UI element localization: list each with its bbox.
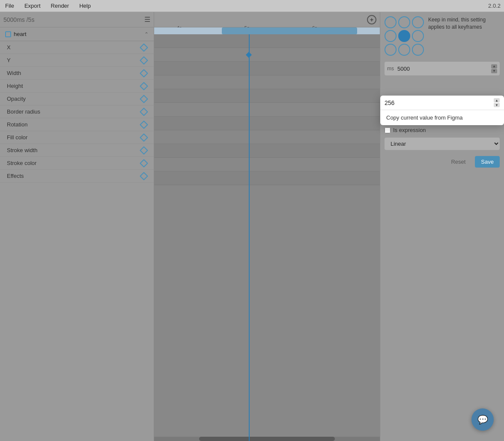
tl-row-rotation: [154, 117, 380, 130]
kf-cell-2[interactable]: [412, 16, 424, 28]
prop-border-radius-keyframe[interactable]: [141, 109, 147, 115]
prop-y-label: Y: [7, 57, 11, 63]
menu-render[interactable]: Render: [49, 2, 71, 10]
kf-cell-7[interactable]: [398, 44, 410, 56]
collapse-button[interactable]: ⌃: [144, 31, 149, 37]
tl-row-height: [154, 75, 380, 89]
property-row-x: X: [0, 41, 154, 54]
chat-button[interactable]: 💬: [471, 408, 494, 431]
kf-cell-0[interactable]: [385, 16, 397, 28]
hint-text: Keep in mind, this setting applies to al…: [428, 16, 500, 31]
reset-button[interactable]: Reset: [445, 156, 471, 168]
menu-help[interactable]: Help: [78, 2, 92, 10]
scrubber-handle[interactable]: [222, 27, 357, 34]
layer-name-text: heart: [14, 31, 27, 37]
keyframe-grid: [385, 16, 424, 56]
ms-spin-buttons: ▲ ▼: [491, 64, 497, 73]
horizontal-scrollbar[interactable]: [154, 437, 380, 441]
prop-width-keyframe[interactable]: [141, 70, 147, 76]
right-panel: Keep in mind, this setting applies to al…: [380, 12, 504, 441]
kf-cell-4-active[interactable]: [398, 30, 410, 42]
prop-rotation-label: Rotation: [7, 121, 27, 128]
timeline-header: 5000ms /5s ☰: [0, 12, 154, 27]
timeline-area: 4s 5s 6s +: [154, 12, 380, 441]
ms-input-row: ms ▲ ▼: [385, 62, 500, 75]
property-row-effects: Effects: [0, 170, 154, 183]
timeline-ruler: 4s 5s 6s +: [154, 12, 380, 27]
menu-items: File Export Render Help: [3, 2, 92, 10]
property-row-border-radius: Border radius: [0, 105, 154, 118]
kf-cell-1[interactable]: [398, 16, 410, 28]
layer-header: heart ⌃: [0, 27, 154, 41]
property-row-stroke-color: Stroke color: [0, 157, 154, 170]
save-button[interactable]: Save: [475, 156, 500, 168]
easing-select[interactable]: Linear Ease In Ease Out Ease In Out: [385, 138, 500, 150]
prop-fill-color-keyframe[interactable]: [141, 135, 147, 141]
app-version: 2.0.2: [488, 3, 501, 9]
kf-cell-6[interactable]: [385, 44, 397, 56]
copy-from-figma-button[interactable]: Copy current value from Figma: [380, 110, 504, 125]
button-row: Reset Save: [385, 156, 500, 168]
prop-border-radius-label: Border radius: [7, 108, 40, 115]
layer-icon: [5, 31, 11, 37]
tl-row-stroke-color: [154, 158, 380, 171]
scrubber-track[interactable]: [154, 27, 380, 34]
popup-input-row: ▲ ▼: [380, 96, 504, 110]
prop-stroke-width-keyframe[interactable]: [141, 147, 147, 153]
prop-height-keyframe[interactable]: [141, 83, 147, 89]
property-row-y: Y: [0, 54, 154, 67]
property-row-height: Height: [0, 80, 154, 93]
timeline-time: 5000ms /5s: [3, 16, 34, 23]
prop-y-keyframe[interactable]: [141, 57, 147, 63]
prop-x-keyframe[interactable]: [141, 45, 147, 51]
property-row-opacity: Opacity: [0, 93, 154, 105]
property-row-width: Width: [0, 67, 154, 80]
popup-card: ▲ ▼ Copy current value from Figma: [380, 96, 504, 125]
ms-input[interactable]: [397, 66, 491, 72]
hamburger-icon[interactable]: ☰: [144, 15, 150, 24]
prop-stroke-width-label: Stroke width: [7, 147, 38, 153]
menu-export[interactable]: Export: [23, 2, 42, 10]
prop-stroke-color-keyframe[interactable]: [141, 160, 147, 166]
kf-cell-8[interactable]: [412, 44, 424, 56]
tl-row-fill-color: [154, 130, 380, 144]
left-panel: 5000ms /5s ☰ heart ⌃ X Y: [0, 12, 154, 441]
prop-effects-keyframe[interactable]: [141, 173, 147, 179]
prop-width-label: Width: [7, 70, 21, 76]
ms-spin-up[interactable]: ▲: [491, 64, 497, 69]
zoom-button[interactable]: +: [367, 15, 376, 24]
popup-value-input[interactable]: [385, 99, 494, 106]
timeline-rows-wrapper: [154, 34, 380, 441]
playhead-line: [249, 34, 250, 441]
popup-spin-down[interactable]: ▼: [494, 103, 500, 107]
tl-row-stroke-width: [154, 144, 380, 158]
ms-label: ms: [387, 66, 395, 72]
is-expression-checkbox[interactable]: [385, 127, 391, 133]
tl-row-effects: [154, 171, 380, 185]
current-time: 5000ms: [3, 16, 25, 23]
ms-spin-down[interactable]: ▼: [491, 69, 497, 73]
popup-spin-up[interactable]: ▲: [494, 98, 500, 102]
chat-icon: 💬: [477, 414, 488, 425]
prop-x-label: X: [7, 44, 11, 51]
tl-row-y: [154, 48, 380, 62]
prop-opacity-keyframe[interactable]: [141, 96, 147, 102]
popup-spin-buttons: ▲ ▼: [494, 98, 500, 107]
prop-rotation-keyframe[interactable]: [141, 122, 147, 128]
is-expression-label: Is expression: [393, 127, 426, 133]
tl-row-border-radius: [154, 103, 380, 117]
layer-name: heart: [5, 31, 27, 37]
menu-file[interactable]: File: [3, 2, 16, 10]
kf-cell-3[interactable]: [385, 30, 397, 42]
prop-height-label: Height: [7, 83, 23, 89]
prop-fill-color-label: Fill color: [7, 134, 27, 141]
property-row-rotation: Rotation: [0, 118, 154, 131]
scrollbar-thumb[interactable]: [199, 437, 334, 441]
property-row-fill-color: Fill color: [0, 131, 154, 144]
right-header: Keep in mind, this setting applies to al…: [385, 16, 500, 57]
properties-section: heart ⌃ X Y Width Height Opac: [0, 27, 154, 441]
prop-opacity-label: Opacity: [7, 96, 26, 102]
prop-effects-label: Effects: [7, 173, 24, 179]
kf-cell-5[interactable]: [412, 30, 424, 42]
main-layout: 5000ms /5s ☰ heart ⌃ X Y: [0, 12, 504, 441]
